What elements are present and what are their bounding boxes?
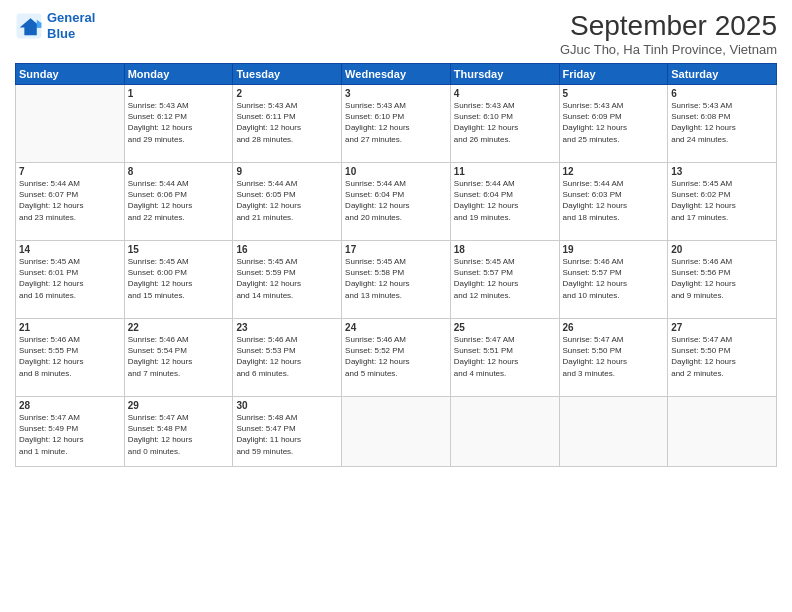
day-number: 8 (128, 166, 230, 177)
day-number: 22 (128, 322, 230, 333)
day-number: 26 (563, 322, 665, 333)
day-info: Sunrise: 5:43 AM Sunset: 6:10 PM Dayligh… (454, 100, 556, 145)
month-title: September 2025 (560, 10, 777, 42)
cell-0-1: 1Sunrise: 5:43 AM Sunset: 6:12 PM Daylig… (124, 85, 233, 163)
day-number: 18 (454, 244, 556, 255)
day-info: Sunrise: 5:47 AM Sunset: 5:50 PM Dayligh… (563, 334, 665, 379)
day-info: Sunrise: 5:43 AM Sunset: 6:10 PM Dayligh… (345, 100, 447, 145)
cell-1-1: 8Sunrise: 5:44 AM Sunset: 6:06 PM Daylig… (124, 163, 233, 241)
day-info: Sunrise: 5:45 AM Sunset: 6:02 PM Dayligh… (671, 178, 773, 223)
day-number: 4 (454, 88, 556, 99)
day-number: 1 (128, 88, 230, 99)
day-info: Sunrise: 5:45 AM Sunset: 6:01 PM Dayligh… (19, 256, 121, 301)
day-info: Sunrise: 5:45 AM Sunset: 6:00 PM Dayligh… (128, 256, 230, 301)
day-info: Sunrise: 5:47 AM Sunset: 5:49 PM Dayligh… (19, 412, 121, 457)
day-info: Sunrise: 5:43 AM Sunset: 6:08 PM Dayligh… (671, 100, 773, 145)
day-info: Sunrise: 5:44 AM Sunset: 6:04 PM Dayligh… (454, 178, 556, 223)
day-info: Sunrise: 5:48 AM Sunset: 5:47 PM Dayligh… (236, 412, 338, 457)
day-number: 29 (128, 400, 230, 411)
col-monday: Monday (124, 64, 233, 85)
day-info: Sunrise: 5:44 AM Sunset: 6:05 PM Dayligh… (236, 178, 338, 223)
cell-1-0: 7Sunrise: 5:44 AM Sunset: 6:07 PM Daylig… (16, 163, 125, 241)
header-row: Sunday Monday Tuesday Wednesday Thursday… (16, 64, 777, 85)
week-row-0: 1Sunrise: 5:43 AM Sunset: 6:12 PM Daylig… (16, 85, 777, 163)
day-info: Sunrise: 5:46 AM Sunset: 5:55 PM Dayligh… (19, 334, 121, 379)
cell-1-4: 11Sunrise: 5:44 AM Sunset: 6:04 PM Dayli… (450, 163, 559, 241)
cell-0-0 (16, 85, 125, 163)
day-number: 27 (671, 322, 773, 333)
day-number: 14 (19, 244, 121, 255)
day-number: 3 (345, 88, 447, 99)
day-number: 21 (19, 322, 121, 333)
day-info: Sunrise: 5:46 AM Sunset: 5:54 PM Dayligh… (128, 334, 230, 379)
cell-0-4: 4Sunrise: 5:43 AM Sunset: 6:10 PM Daylig… (450, 85, 559, 163)
day-info: Sunrise: 5:43 AM Sunset: 6:09 PM Dayligh… (563, 100, 665, 145)
col-saturday: Saturday (668, 64, 777, 85)
cell-4-2: 30Sunrise: 5:48 AM Sunset: 5:47 PM Dayli… (233, 397, 342, 467)
day-number: 16 (236, 244, 338, 255)
day-info: Sunrise: 5:46 AM Sunset: 5:52 PM Dayligh… (345, 334, 447, 379)
col-sunday: Sunday (16, 64, 125, 85)
day-number: 20 (671, 244, 773, 255)
logo-icon (15, 12, 43, 40)
day-info: Sunrise: 5:45 AM Sunset: 5:59 PM Dayligh… (236, 256, 338, 301)
cell-3-5: 26Sunrise: 5:47 AM Sunset: 5:50 PM Dayli… (559, 319, 668, 397)
cell-0-3: 3Sunrise: 5:43 AM Sunset: 6:10 PM Daylig… (342, 85, 451, 163)
cell-1-6: 13Sunrise: 5:45 AM Sunset: 6:02 PM Dayli… (668, 163, 777, 241)
day-number: 13 (671, 166, 773, 177)
header: General Blue September 2025 GJuc Tho, Ha… (15, 10, 777, 57)
day-info: Sunrise: 5:47 AM Sunset: 5:50 PM Dayligh… (671, 334, 773, 379)
day-number: 23 (236, 322, 338, 333)
day-info: Sunrise: 5:45 AM Sunset: 5:58 PM Dayligh… (345, 256, 447, 301)
logo-text: General Blue (47, 10, 95, 41)
day-info: Sunrise: 5:46 AM Sunset: 5:56 PM Dayligh… (671, 256, 773, 301)
cell-2-0: 14Sunrise: 5:45 AM Sunset: 6:01 PM Dayli… (16, 241, 125, 319)
day-number: 7 (19, 166, 121, 177)
day-info: Sunrise: 5:45 AM Sunset: 5:57 PM Dayligh… (454, 256, 556, 301)
day-info: Sunrise: 5:44 AM Sunset: 6:03 PM Dayligh… (563, 178, 665, 223)
day-number: 25 (454, 322, 556, 333)
cell-4-5 (559, 397, 668, 467)
logo: General Blue (15, 10, 95, 41)
cell-4-0: 28Sunrise: 5:47 AM Sunset: 5:49 PM Dayli… (16, 397, 125, 467)
calendar-table: Sunday Monday Tuesday Wednesday Thursday… (15, 63, 777, 467)
cell-2-5: 19Sunrise: 5:46 AM Sunset: 5:57 PM Dayli… (559, 241, 668, 319)
day-number: 11 (454, 166, 556, 177)
cell-3-4: 25Sunrise: 5:47 AM Sunset: 5:51 PM Dayli… (450, 319, 559, 397)
cell-1-3: 10Sunrise: 5:44 AM Sunset: 6:04 PM Dayli… (342, 163, 451, 241)
day-number: 12 (563, 166, 665, 177)
cell-3-2: 23Sunrise: 5:46 AM Sunset: 5:53 PM Dayli… (233, 319, 342, 397)
cell-2-2: 16Sunrise: 5:45 AM Sunset: 5:59 PM Dayli… (233, 241, 342, 319)
cell-2-3: 17Sunrise: 5:45 AM Sunset: 5:58 PM Dayli… (342, 241, 451, 319)
cell-4-4 (450, 397, 559, 467)
day-info: Sunrise: 5:46 AM Sunset: 5:57 PM Dayligh… (563, 256, 665, 301)
day-info: Sunrise: 5:47 AM Sunset: 5:48 PM Dayligh… (128, 412, 230, 457)
cell-0-5: 5Sunrise: 5:43 AM Sunset: 6:09 PM Daylig… (559, 85, 668, 163)
col-tuesday: Tuesday (233, 64, 342, 85)
week-row-2: 14Sunrise: 5:45 AM Sunset: 6:01 PM Dayli… (16, 241, 777, 319)
day-info: Sunrise: 5:44 AM Sunset: 6:07 PM Dayligh… (19, 178, 121, 223)
cell-3-1: 22Sunrise: 5:46 AM Sunset: 5:54 PM Dayli… (124, 319, 233, 397)
day-info: Sunrise: 5:46 AM Sunset: 5:53 PM Dayligh… (236, 334, 338, 379)
day-info: Sunrise: 5:44 AM Sunset: 6:06 PM Dayligh… (128, 178, 230, 223)
day-number: 5 (563, 88, 665, 99)
day-number: 30 (236, 400, 338, 411)
cell-3-3: 24Sunrise: 5:46 AM Sunset: 5:52 PM Dayli… (342, 319, 451, 397)
day-info: Sunrise: 5:44 AM Sunset: 6:04 PM Dayligh… (345, 178, 447, 223)
day-number: 10 (345, 166, 447, 177)
day-number: 17 (345, 244, 447, 255)
cell-4-3 (342, 397, 451, 467)
day-number: 19 (563, 244, 665, 255)
week-row-4: 28Sunrise: 5:47 AM Sunset: 5:49 PM Dayli… (16, 397, 777, 467)
page: General Blue September 2025 GJuc Tho, Ha… (0, 0, 792, 612)
day-number: 9 (236, 166, 338, 177)
day-number: 6 (671, 88, 773, 99)
cell-0-2: 2Sunrise: 5:43 AM Sunset: 6:11 PM Daylig… (233, 85, 342, 163)
cell-0-6: 6Sunrise: 5:43 AM Sunset: 6:08 PM Daylig… (668, 85, 777, 163)
day-number: 28 (19, 400, 121, 411)
col-friday: Friday (559, 64, 668, 85)
col-thursday: Thursday (450, 64, 559, 85)
day-number: 15 (128, 244, 230, 255)
day-number: 24 (345, 322, 447, 333)
day-info: Sunrise: 5:43 AM Sunset: 6:11 PM Dayligh… (236, 100, 338, 145)
